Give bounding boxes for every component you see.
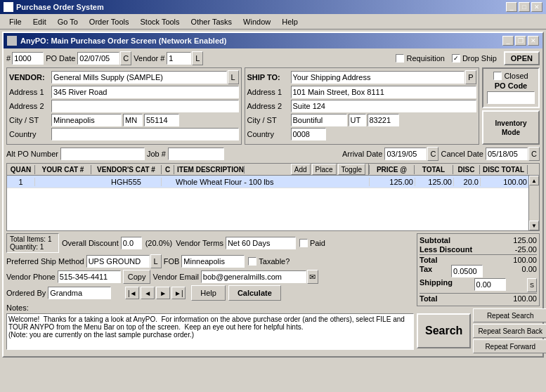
po-code-input[interactable]	[487, 91, 535, 104]
vendor-email-input[interactable]	[201, 270, 306, 283]
window-title-bar: AnyPO: Main Purchase Order Screen (Netwo…	[4, 33, 542, 48]
fob-input[interactable]	[181, 255, 245, 268]
po-date-cal-btn[interactable]: C	[120, 51, 131, 65]
vendor-addr2-input[interactable]	[51, 100, 239, 112]
shipto-addr1-input[interactable]	[291, 86, 477, 98]
nav-last-btn[interactable]: ►|	[171, 287, 186, 299]
menu-goto[interactable]: Go To	[52, 16, 84, 27]
requisition-checkbox[interactable]	[396, 54, 404, 63]
toggle-btn[interactable]: Toggle	[338, 164, 365, 175]
menu-order-tools[interactable]: Order Tools	[84, 16, 135, 27]
closed-checkbox[interactable]	[493, 72, 502, 80]
copy-btn[interactable]: Copy	[123, 270, 151, 284]
shipping-input[interactable]	[474, 278, 506, 291]
repeat-search-back-btn[interactable]: Repeat Search Back	[473, 324, 546, 338]
vendor-country-input[interactable]	[51, 128, 239, 141]
alt-po-input[interactable]	[60, 148, 145, 160]
shipto-name-input[interactable]	[291, 71, 465, 84]
repeat-forward-btn[interactable]: Repeat Forward	[473, 339, 546, 353]
shipto-city-input[interactable]	[291, 114, 347, 126]
cancel-date-input[interactable]	[486, 148, 528, 160]
vendor-name-input[interactable]	[51, 71, 227, 84]
subtotal-value: 125.00	[502, 236, 537, 244]
vendor-zip-input[interactable]	[144, 114, 179, 126]
main-window: AnyPO: Main Purchase Order Screen (Netwo…	[2, 32, 544, 358]
job-label: Job #	[147, 150, 166, 158]
shipto-lookup-btn[interactable]: P	[465, 70, 476, 84]
vendor-email-action-btn[interactable]: ✉	[307, 270, 318, 284]
shipto-zip-input[interactable]	[368, 114, 399, 126]
taxable-checkbox-label[interactable]: Taxable?	[248, 257, 290, 266]
requisition-checkbox-label[interactable]: Requisition	[396, 54, 444, 63]
drop-ship-checkbox-label[interactable]: ✓ Drop Ship	[452, 54, 497, 63]
overall-disc-input[interactable]	[121, 237, 142, 249]
vendor-addr1-input[interactable]	[51, 86, 239, 98]
shipto-country-input[interactable]	[291, 128, 326, 141]
vendor-lookup-btn[interactable]: L	[192, 51, 203, 65]
menu-other-tasks[interactable]: Other Tasks	[186, 16, 238, 27]
paid-checkbox[interactable]	[299, 239, 308, 247]
search-btn[interactable]: Search	[417, 313, 471, 348]
minimize-btn[interactable]: _	[506, 2, 517, 12]
notes-textarea[interactable]: Welcome! Thanks for a taking a look at A…	[6, 313, 414, 350]
close-btn[interactable]: ✕	[531, 2, 542, 12]
nav-prev-btn[interactable]: ◄	[141, 287, 155, 299]
window-close-btn[interactable]: ✕	[528, 36, 539, 46]
total2-value: 100.00	[502, 294, 537, 303]
drop-ship-checkbox[interactable]: ✓	[452, 54, 460, 63]
table-row[interactable]: 1 HGH555 Whole Wheat Flour - 100 lbs 125…	[7, 176, 528, 188]
vendor-addr1-label: Address 1	[9, 88, 51, 96]
menu-file[interactable]: File	[4, 16, 27, 27]
inventory-mode-btn[interactable]: InventoryMode	[482, 110, 540, 145]
menu-window[interactable]: Window	[238, 16, 276, 27]
arrival-date-input[interactable]	[384, 148, 427, 160]
arrival-cal-btn[interactable]: C	[427, 147, 438, 161]
grid-col-price: PRICE @	[369, 165, 415, 174]
calculate-btn[interactable]: Calculate	[228, 285, 281, 301]
shipto-state-input[interactable]	[349, 114, 366, 126]
menu-edit[interactable]: Edit	[27, 16, 52, 27]
vendor-num-input[interactable]	[167, 52, 191, 65]
po-date-input[interactable]	[77, 52, 119, 65]
app-title: Purchase Order System	[16, 3, 506, 11]
preferred-ship-lookup-btn[interactable]: L	[150, 254, 162, 268]
window-restore-btn[interactable]: ❐	[515, 36, 526, 46]
job-input[interactable]	[168, 148, 224, 160]
shipping-lookup-btn[interactable]: S	[527, 278, 537, 292]
notes-label: Notes:	[6, 303, 29, 312]
vendor-country-label: Country	[9, 130, 51, 138]
add-btn[interactable]: Add	[291, 164, 311, 175]
vendor-phone-input[interactable]	[58, 270, 121, 283]
vendor-city-input[interactable]	[51, 114, 122, 126]
open-status-btn[interactable]: OPEN	[504, 51, 540, 65]
vendor-terms-input[interactable]	[226, 237, 296, 249]
nav-first-btn[interactable]: |◄	[125, 287, 139, 299]
taxable-checkbox[interactable]	[248, 257, 256, 266]
maximize-btn[interactable]: □	[519, 2, 530, 12]
vendor-cityst-label: City / ST	[9, 116, 51, 124]
vendor-terms-label: Vendor Terms	[176, 239, 223, 247]
ordered-by-input[interactable]	[48, 287, 111, 299]
vendor-email-label: Vendor Email	[152, 273, 198, 281]
vendor-name-lookup-btn[interactable]: L	[228, 70, 239, 84]
paid-checkbox-label[interactable]: Paid	[299, 239, 325, 247]
preferred-ship-input[interactable]	[86, 255, 150, 268]
cancel-cal-btn[interactable]: C	[528, 147, 540, 161]
menu-stock-tools[interactable]: Stock Tools	[135, 16, 186, 27]
vendor-state-input[interactable]	[123, 114, 143, 126]
grid-scrollbar[interactable]: ▲ ▼	[528, 175, 540, 231]
grid-cell-vendorcat: HGH555	[91, 178, 162, 186]
help-btn[interactable]: Help	[191, 285, 226, 301]
nav-next-btn[interactable]: ►	[156, 287, 170, 299]
tax-label: Tax	[420, 265, 432, 277]
grid-cell-quan: 1	[7, 178, 35, 186]
menu-help[interactable]: Help	[276, 16, 304, 27]
repeat-search-btn[interactable]: Repeat Search	[473, 308, 546, 322]
place-btn[interactable]: Place	[312, 164, 337, 175]
shipto-addr2-input[interactable]	[291, 100, 477, 112]
arrival-date-label: Arrival Date	[342, 150, 382, 158]
tax-rate-input[interactable]	[451, 265, 483, 277]
shipto-cityst-label: City / ST	[247, 116, 291, 124]
window-minimize-btn[interactable]: _	[502, 36, 514, 46]
po-number-input[interactable]	[12, 52, 44, 65]
